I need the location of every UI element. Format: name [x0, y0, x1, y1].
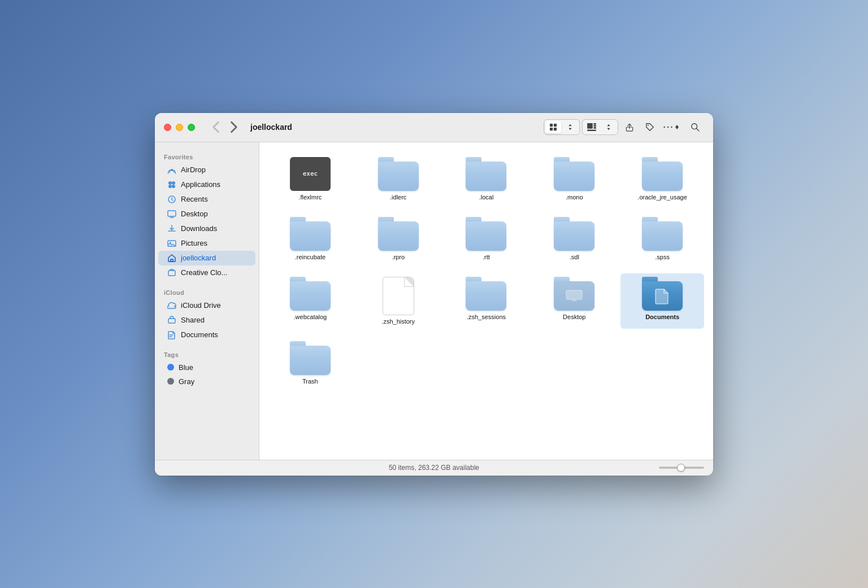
creative-cloud-label: Creative Clo... — [181, 268, 227, 277]
file-item-sdl[interactable]: .sdl — [532, 214, 616, 264]
gallery-view-button[interactable] — [584, 121, 600, 133]
svg-rect-5 — [594, 123, 596, 125]
minimize-button[interactable] — [176, 124, 183, 131]
folder-icon-documents — [642, 277, 683, 311]
traffic-lights — [164, 124, 195, 131]
file-name-documents-folder: Documents — [645, 313, 679, 321]
svg-point-18 — [168, 185, 172, 188]
file-item-webcatalog[interactable]: .webcatalog — [268, 273, 352, 329]
status-bar: 50 items, 263.22 GB available — [155, 460, 713, 476]
view-toggle — [544, 119, 580, 135]
svg-rect-7 — [594, 127, 596, 129]
file-name-webcatalog: .webcatalog — [294, 313, 327, 321]
exec-icon: exec — [290, 157, 331, 191]
sidebar-item-documents[interactable]: Documents — [158, 328, 255, 342]
icloud-section-title: iCloud — [155, 285, 259, 298]
blue-tag-label: Blue — [179, 363, 193, 372]
file-name-rpro: .rpro — [392, 253, 405, 261]
icon-view-button[interactable] — [545, 121, 561, 133]
file-item-flexlmrc[interactable]: exec .flexlmrc — [268, 154, 352, 204]
shared-label: Shared — [181, 316, 205, 324]
airdrop-icon — [167, 165, 176, 175]
tag-button[interactable] — [641, 119, 659, 135]
svg-rect-3 — [554, 128, 557, 130]
svg-point-17 — [172, 181, 175, 185]
back-button[interactable] — [209, 119, 224, 135]
sort-button[interactable] — [562, 121, 578, 133]
sidebar-item-icloud-drive[interactable]: iCloud Drive — [158, 298, 255, 313]
status-text: 50 items, 263.22 GB available — [389, 464, 479, 472]
downloads-label: Downloads — [181, 224, 217, 233]
share-button[interactable] — [620, 119, 639, 135]
svg-rect-26 — [168, 271, 175, 276]
folder-icon-idlerc — [378, 157, 419, 191]
file-item-mono[interactable]: .mono — [532, 154, 616, 204]
svg-rect-4 — [587, 123, 593, 129]
blue-tag-dot — [167, 364, 174, 371]
sidebar-item-applications[interactable]: Applications — [158, 177, 255, 192]
file-item-rpro[interactable]: .rpro — [357, 214, 440, 264]
file-item-rtt[interactable]: .rtt — [445, 214, 528, 264]
svg-rect-21 — [168, 211, 176, 216]
sidebar-item-downloads[interactable]: Downloads — [158, 221, 255, 236]
folder-icon-sdl — [554, 217, 594, 251]
pictures-icon — [167, 239, 176, 248]
sidebar-item-creative-cloud[interactable]: Creative Clo... — [158, 265, 255, 280]
svg-point-19 — [172, 185, 175, 188]
file-item-trash[interactable]: Trash — [268, 338, 352, 389]
size-slider[interactable] — [659, 467, 704, 469]
folder-icon-reincubate — [290, 217, 331, 251]
more-button[interactable] — [661, 119, 684, 135]
maximize-button[interactable] — [188, 124, 195, 131]
sidebar-item-shared[interactable]: Shared — [158, 313, 255, 328]
file-item-spss[interactable]: .spss — [620, 214, 704, 264]
close-button[interactable] — [164, 124, 171, 131]
svg-rect-2 — [550, 128, 553, 130]
svg-rect-6 — [594, 125, 596, 127]
forward-button[interactable] — [225, 119, 241, 135]
file-item-local[interactable]: .local — [445, 154, 528, 204]
file-icon-zsh-history — [383, 277, 414, 315]
icloud-drive-label: iCloud Drive — [181, 301, 221, 310]
file-item-documents-folder[interactable]: Documents — [620, 273, 704, 329]
file-name-rtt: .rtt — [483, 253, 490, 261]
sidebar-item-tag-gray[interactable]: Gray — [158, 374, 255, 389]
file-name-oracle: .oracle_jre_usage — [637, 193, 687, 201]
sidebar-item-desktop[interactable]: Desktop — [158, 207, 255, 221]
file-name-idlerc: .idlerc — [390, 193, 406, 201]
file-name-zsh-history: .zsh_history — [381, 317, 415, 325]
icloud-icon — [167, 301, 176, 310]
gallery-sort-button[interactable] — [601, 121, 617, 133]
home-icon — [167, 254, 176, 263]
sidebar-item-joellockard[interactable]: joellockard — [158, 251, 255, 265]
file-name-reincubate: .reincubate — [295, 253, 326, 261]
svg-point-14 — [692, 124, 697, 129]
desktop-label: Desktop — [181, 210, 208, 218]
finder-window: joellockard — [155, 113, 713, 476]
sidebar-item-airdrop[interactable]: AirDrop — [158, 163, 255, 177]
downloads-icon — [167, 224, 176, 233]
gray-tag-dot — [167, 378, 174, 385]
applications-icon — [167, 180, 176, 189]
folder-icon-oracle — [642, 157, 683, 191]
file-item-zsh-sessions[interactable]: .zsh_sessions — [445, 273, 528, 329]
file-name-mono: .mono — [566, 193, 583, 201]
svg-rect-1 — [554, 124, 557, 127]
svg-point-12 — [667, 127, 669, 128]
file-item-oracle-jre[interactable]: .oracle_jre_usage — [620, 154, 704, 204]
joellockard-label: joellockard — [181, 254, 216, 262]
recents-icon — [167, 195, 176, 204]
sidebar-item-tag-blue[interactable]: Blue — [158, 360, 255, 374]
toolbar-actions — [544, 119, 704, 135]
svg-rect-25 — [171, 259, 173, 262]
toolbar: joellockard — [155, 113, 713, 142]
search-button[interactable] — [686, 119, 704, 135]
sidebar-item-recents[interactable]: Recents — [158, 192, 255, 207]
sidebar-item-pictures[interactable]: Pictures — [158, 236, 255, 251]
file-item-desktop-folder[interactable]: Desktop — [532, 273, 616, 329]
airdrop-label: AirDrop — [181, 165, 206, 174]
svg-rect-0 — [550, 124, 553, 127]
file-item-idlerc[interactable]: .idlerc — [357, 154, 440, 204]
file-item-reincubate[interactable]: .reincubate — [268, 214, 352, 264]
file-item-zsh-history[interactable]: .zsh_history — [357, 273, 440, 329]
